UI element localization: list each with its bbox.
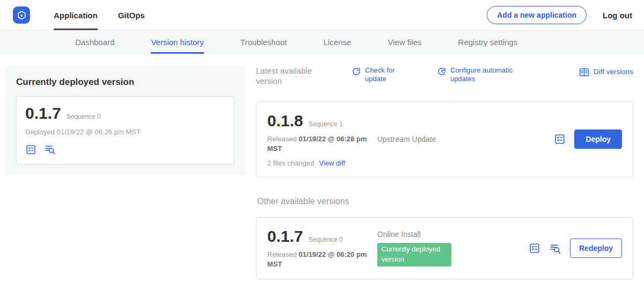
currently-deployed-panel: Currently deployed version 0.1.7 Sequenc…	[5, 66, 245, 175]
latest-version-card: 0.1.8 Sequence 1 Released 01/19/22 @ 06:…	[256, 102, 633, 177]
other-available-versions-heading: Other available versions	[257, 197, 633, 206]
available-versions-header: Latest available version Check for updat…	[256, 66, 633, 87]
latest-released-timestamp: Released 01/19/22 @ 06:28 pm MST	[267, 134, 369, 154]
add-new-application-button[interactable]: Add a new application	[487, 6, 587, 24]
file-search-icon	[549, 242, 561, 255]
view-diff-link[interactable]: View diff	[319, 159, 345, 167]
subnav-item-troubleshoot[interactable]: Troubleshoot	[240, 31, 287, 54]
available-versions-panel: Latest available version Check for updat…	[256, 66, 633, 279]
latest-available-title: Latest available version	[256, 66, 325, 87]
subnav-item-view-files[interactable]: View files	[387, 31, 421, 54]
diff-table-icon	[579, 66, 590, 78]
view-deployed-files-button[interactable]	[44, 143, 56, 155]
configure-automatic-updates-button[interactable]: Configure automatic updates	[437, 66, 519, 84]
files-changed-label: 2 files changed	[267, 159, 314, 167]
deployed-version-number: 0.1.7	[25, 104, 61, 123]
release-notes-icon	[554, 133, 566, 145]
app-subnav: Dashboard Version history Troubleshoot L…	[0, 31, 644, 54]
currently-deployed-title: Currently deployed version	[16, 77, 235, 88]
other-released-timestamp: Released 01/19/22 @ 06:20 pm MST	[267, 250, 369, 269]
app-logo[interactable]	[13, 6, 30, 24]
latest-release-notes-button[interactable]	[554, 133, 566, 145]
release-notes-icon	[529, 242, 540, 254]
version-history-page: Currently deployed version 0.1.7 Sequenc…	[0, 54, 644, 279]
released-date: 01/19/22 @ 06:20	[299, 250, 355, 258]
other-sequence-label: Sequence 0	[309, 236, 343, 243]
logout-button[interactable]: Log out	[603, 11, 632, 20]
other-release-notes-button[interactable]	[529, 242, 540, 254]
diff-versions-label: Diff versions	[594, 68, 633, 77]
released-prefix: Released	[267, 135, 297, 143]
check-for-update-button[interactable]: Check for update	[352, 66, 404, 84]
top-navbar: Application GitOps Add a new application…	[0, 0, 644, 31]
subnav-item-registry-settings[interactable]: Registry settings	[458, 31, 518, 54]
latest-version-source: Upstream Update	[377, 135, 554, 143]
deployed-timestamp: Deployed 01/19/22 @ 06:26 pm MST	[25, 128, 225, 136]
file-search-icon	[44, 143, 56, 155]
redeploy-button[interactable]: Redeploy	[570, 239, 622, 258]
tab-gitops[interactable]: GitOps	[118, 0, 145, 30]
currently-deployed-badge: Currently deployed version	[377, 243, 451, 267]
other-view-files-button[interactable]	[549, 242, 561, 255]
deployed-sequence-label: Sequence 0	[67, 113, 101, 120]
tab-application[interactable]: Application	[54, 0, 98, 30]
refresh-icon	[352, 66, 361, 76]
latest-version-number: 0.1.8	[267, 112, 303, 130]
subnav-item-version-history[interactable]: Version history	[151, 31, 203, 54]
auto-update-clock-icon	[437, 66, 447, 76]
released-date: 01/19/22 @ 06:28	[299, 135, 355, 143]
deploy-button[interactable]: Deploy	[574, 129, 622, 149]
configure-automatic-updates-label: Configure automatic updates	[450, 66, 519, 84]
main-tabs: Application GitOps	[54, 0, 145, 30]
check-for-update-label: Check for update	[365, 66, 404, 84]
other-version-number: 0.1.7	[267, 227, 303, 246]
subnav-item-dashboard[interactable]: Dashboard	[75, 31, 114, 54]
other-version-source: Online Install	[377, 230, 529, 239]
subnav-item-license[interactable]: License	[324, 31, 352, 54]
app-hexagon-logo-icon	[17, 10, 27, 20]
deployed-version-card: 0.1.7 Sequence 0 Deployed 01/19/22 @ 06:…	[16, 96, 235, 164]
diff-versions-button[interactable]: Diff versions	[579, 66, 633, 78]
release-notes-button[interactable]	[25, 143, 36, 155]
latest-sequence-label: Sequence 1	[309, 120, 343, 128]
released-prefix: Released	[267, 250, 297, 258]
release-notes-icon	[25, 144, 36, 155]
other-version-card: 0.1.7 Sequence 0 Released 01/19/22 @ 06:…	[256, 217, 633, 279]
